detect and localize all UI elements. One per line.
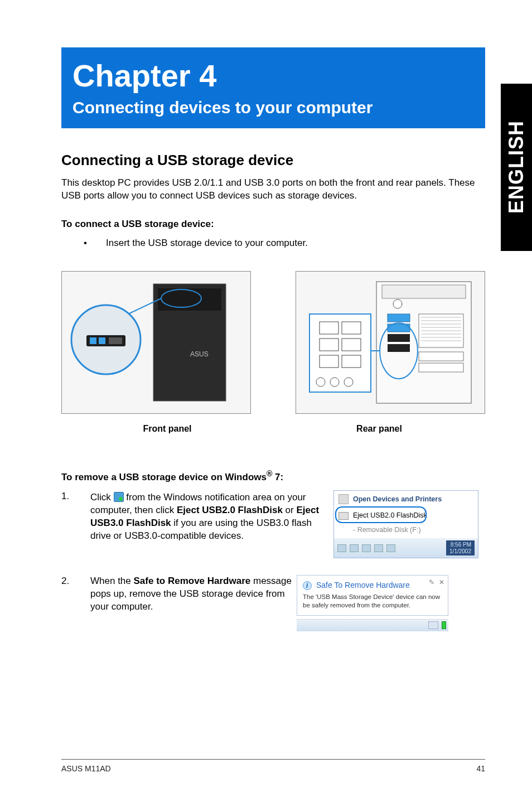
- svg-rect-22: [320, 339, 338, 351]
- tray-action-center-icon[interactable]: [350, 544, 359, 552]
- tray-network-icon[interactable]: [386, 544, 395, 552]
- svg-rect-11: [382, 285, 466, 298]
- system-tray: 8:56 PM 1/1/2002: [334, 538, 478, 558]
- svg-rect-25: [342, 355, 361, 368]
- balloon-title: Safe To Remove Hardware: [316, 580, 410, 591]
- remove-heading-text-a: To remove a USB storage device on Window…: [61, 471, 267, 482]
- svg-rect-20: [320, 322, 338, 334]
- remove-subheading: To remove a USB storage device on Window…: [61, 468, 485, 484]
- eject-menu-screenshot: Open Devices and Printers Eject USB2.0 F…: [333, 490, 485, 558]
- connect-bullet-row: • Insert the USB storage device to your …: [84, 238, 485, 249]
- usb-drive-icon: [338, 512, 349, 520]
- rear-panel-image: [296, 271, 485, 414]
- svg-rect-8: [109, 337, 122, 344]
- step-2-row: 2. When the Safe to Remove Hardware mess…: [61, 575, 485, 631]
- chapter-banner: Chapter 4 Connecting devices to your com…: [61, 47, 485, 128]
- open-devices-and-printers[interactable]: Open Devices and Printers: [334, 491, 478, 508]
- balloon-tray-strip: [297, 619, 448, 631]
- tray-date: 1/1/2002: [449, 548, 471, 555]
- balloon-body-text: The 'USB Mass Storage Device' device can…: [303, 593, 442, 610]
- footer-model: ASUS M11AD: [61, 764, 111, 773]
- svg-rect-39: [419, 363, 463, 372]
- step1-bold-1: Eject USB2.0 FlashDisk: [177, 505, 283, 515]
- eject-item-label: Eject USB2.0 FlashDisk: [353, 511, 427, 520]
- step1-text-a: Click: [90, 492, 114, 503]
- remove-heading-text-b: 7:: [272, 471, 283, 482]
- step2-text-a: When the: [90, 576, 134, 586]
- panel-images-row: ASUS: [61, 271, 485, 414]
- eject-usb-flashdisk[interactable]: Eject USB2.0 FlashDisk: [334, 508, 478, 524]
- svg-rect-38: [419, 352, 463, 361]
- rear-panel-illustration: [304, 278, 477, 407]
- bullet-dot: •: [84, 238, 106, 249]
- step-2-body: When the Safe to Remove Hardware message…: [90, 575, 297, 631]
- tray-up-arrow-icon[interactable]: [337, 544, 346, 552]
- front-panel-image: ASUS: [61, 271, 251, 414]
- svg-text:ASUS: ASUS: [190, 350, 209, 358]
- svg-rect-24: [320, 355, 338, 368]
- svg-rect-21: [342, 322, 361, 334]
- info-icon: [303, 581, 312, 590]
- step1-text-c: or: [283, 505, 297, 515]
- open-devices-label: Open Devices and Printers: [353, 495, 442, 504]
- section-intro: This desktop PC provides USB 2.0/1.1 and…: [61, 177, 485, 202]
- registered-mark: ®: [267, 469, 272, 478]
- svg-point-12: [393, 299, 402, 308]
- language-tab-label: ENGLISH: [505, 120, 528, 214]
- rear-panel-label: Rear panel: [284, 424, 474, 434]
- tray-time: 8:56 PM: [449, 542, 471, 548]
- tray-volume-icon[interactable]: [362, 544, 371, 552]
- front-panel-illustration: ASUS: [70, 278, 243, 407]
- devices-printers-icon: [338, 494, 349, 504]
- svg-rect-23: [342, 339, 361, 351]
- step-1-number: 1.: [61, 490, 90, 558]
- svg-rect-6: [90, 337, 96, 344]
- safely-remove-tray-icon: [114, 492, 124, 502]
- step-2-number: 2.: [61, 575, 90, 631]
- svg-rect-7: [99, 337, 105, 344]
- step-1-body: Click from the Windows notification area…: [90, 490, 328, 558]
- safe-remove-balloon-screenshot: ✎ ✕ Safe To Remove Hardware The 'USB Mas…: [297, 575, 448, 631]
- tray-clock[interactable]: 8:56 PM 1/1/2002: [446, 540, 475, 555]
- balloon-pin-icon[interactable]: ✎: [429, 578, 434, 587]
- svg-rect-13: [388, 314, 410, 322]
- section-heading: Connecting a USB storage device: [61, 152, 485, 169]
- svg-point-26: [316, 378, 325, 386]
- tray-flag-icon[interactable]: [374, 544, 383, 552]
- svg-point-27: [330, 378, 339, 386]
- connect-bullet-text: Insert the USB storage device to your co…: [106, 238, 308, 249]
- safe-remove-balloon[interactable]: ✎ ✕ Safe To Remove Hardware The 'USB Mas…: [297, 575, 448, 616]
- panel-labels-row: Front panel Rear panel: [61, 424, 485, 434]
- tray-collapse-icon[interactable]: [428, 621, 438, 629]
- balloon-close-icon[interactable]: ✕: [439, 578, 444, 587]
- page-footer: ASUS M11AD 41: [61, 759, 485, 773]
- svg-rect-15: [388, 334, 410, 342]
- step-1-row: 1. Click from the Windows notification a…: [61, 490, 485, 558]
- balloon-controls: ✎ ✕: [429, 578, 444, 587]
- svg-rect-16: [388, 344, 410, 352]
- tray-safely-remove-icon[interactable]: [442, 621, 446, 629]
- language-tab: ENGLISH: [501, 84, 532, 251]
- front-panel-label: Front panel: [72, 424, 262, 434]
- chapter-title: Chapter 4: [72, 57, 474, 94]
- svg-point-28: [344, 378, 353, 386]
- chapter-subtitle: Connecting devices to your computer: [72, 98, 474, 117]
- removable-disk-entry[interactable]: - Removable Disk (F:): [334, 524, 478, 538]
- footer-page-number: 41: [476, 764, 485, 773]
- connect-subheading: To connect a USB storage device:: [61, 218, 485, 231]
- step2-bold: Safe to Remove Hardware: [134, 576, 251, 586]
